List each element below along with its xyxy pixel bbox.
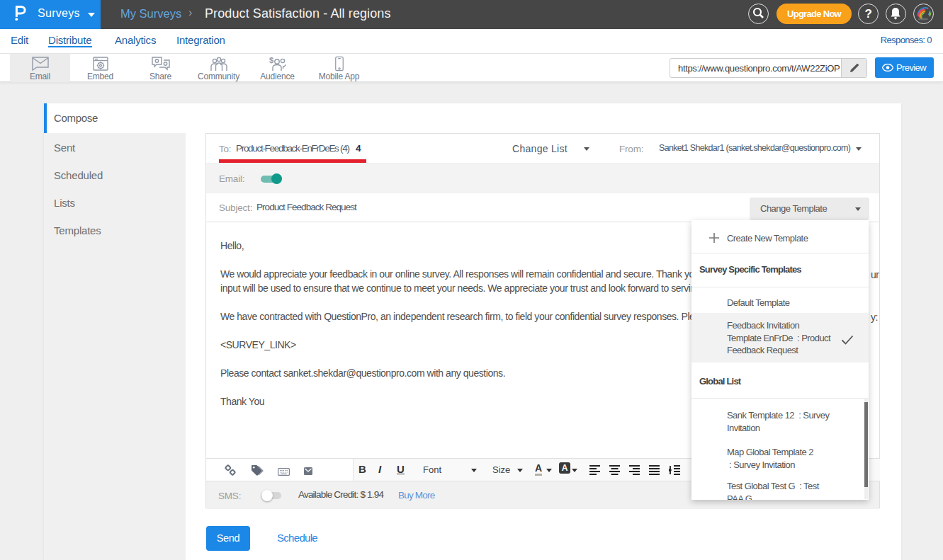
svg-text:$: $ bbox=[269, 56, 273, 64]
